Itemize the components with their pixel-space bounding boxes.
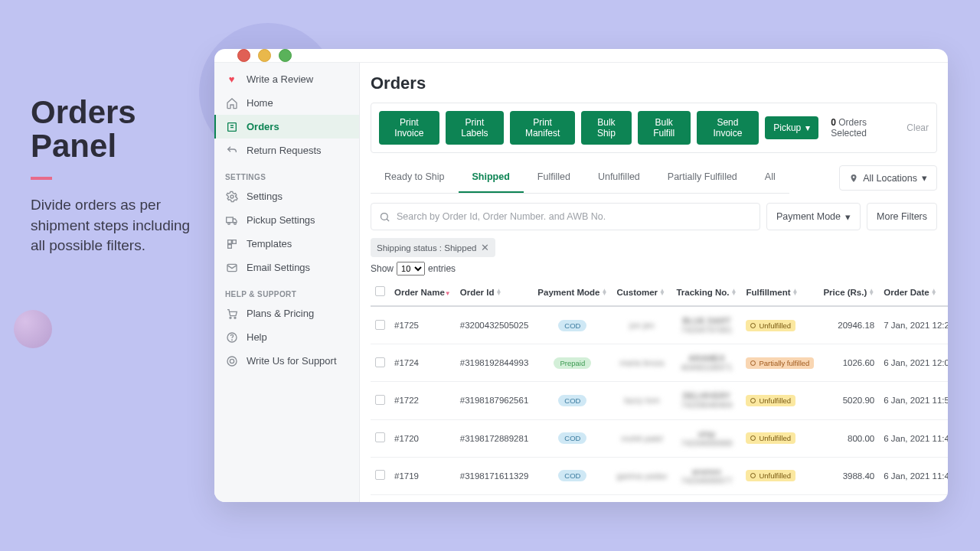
heart-icon: ♥	[225, 73, 238, 86]
close-icon[interactable]	[237, 49, 250, 62]
status-tabs: Ready to Ship Shipped Fulfilled Unfulfil…	[371, 162, 789, 194]
fulfillment-badge: Unfulfilled	[746, 432, 795, 444]
app-window: ♥ Write a Review Home Orders Return Requ…	[214, 49, 948, 502]
row-checkbox[interactable]	[375, 470, 385, 480]
cell-order-name: #1719	[390, 457, 456, 494]
tab-fulfilled[interactable]: Fulfilled	[524, 162, 584, 193]
print-labels-button[interactable]: Print Labels	[446, 111, 504, 145]
col-order-id[interactable]: Order Id▲▼	[456, 279, 534, 306]
pin-icon	[849, 174, 858, 183]
cell-tracking: aramex74204999977	[676, 467, 737, 485]
tab-shipped[interactable]: Shipped	[459, 162, 524, 193]
cell-tracking: DELHIVERY74209048484	[676, 391, 737, 409]
row-checkbox[interactable]	[375, 357, 385, 367]
cell-tracking: ship74204999988	[676, 429, 737, 448]
sidebar-item-label: Plans & Pricing	[247, 308, 314, 319]
sidebar-item-help[interactable]: Help	[214, 325, 359, 349]
search-icon	[379, 211, 390, 223]
fulfillment-badge: Partially fulfilled	[746, 357, 814, 369]
table-row: #1720#3198172889281CODmohit patelship742…	[371, 419, 948, 457]
svg-point-4	[234, 222, 236, 224]
sidebar-item-label: Pickup Settings	[247, 214, 315, 226]
sidebar-item-label: Write a Review	[247, 73, 313, 85]
svg-point-17	[381, 213, 388, 220]
row-checkbox[interactable]	[375, 432, 385, 442]
table-row: #1725#3200432505025CODjon jenBLUE DART74…	[371, 306, 948, 344]
sidebar-item-home[interactable]: Home	[214, 91, 359, 115]
sidebar-item-plans[interactable]: Plans & Pricing	[214, 302, 359, 325]
col-payment-mode[interactable]: Payment Mode▲▼	[533, 279, 612, 306]
sidebar-item-pickup-settings[interactable]: Pickup Settings	[214, 208, 359, 232]
cell-date: 6 Jan, 2021 11:45:08	[879, 419, 948, 457]
send-invoice-button[interactable]: Send Invoice	[697, 111, 760, 145]
sidebar-write-review[interactable]: ♥ Write a Review	[214, 67, 359, 91]
svg-rect-7	[227, 244, 231, 248]
cell-date: 7 Jan, 2021 12:28:44	[879, 306, 948, 344]
sidebar-item-returns[interactable]: Return Requests	[214, 139, 359, 162]
col-price[interactable]: Price (Rs.)▲▼	[818, 279, 879, 306]
maximize-icon[interactable]	[279, 49, 292, 62]
sidebar-item-label: Settings	[247, 191, 283, 202]
tab-ready-to-ship[interactable]: Ready to Ship	[371, 162, 459, 193]
payment-pill: COD	[558, 395, 586, 406]
col-customer[interactable]: Customer▲▼	[612, 279, 671, 306]
search-input[interactable]	[397, 211, 752, 222]
col-fulfillment[interactable]: Fulfillment▲▼	[741, 279, 818, 306]
chip-remove-icon[interactable]: ✕	[481, 242, 489, 253]
select-all-checkbox[interactable]	[375, 286, 385, 296]
cell-tracking: BLUE DART74204797081	[676, 316, 737, 334]
payment-mode-dropdown[interactable]: Payment Mode ▾	[766, 203, 861, 230]
tab-unfulfilled[interactable]: Unfulfilled	[584, 162, 654, 193]
table-row: #1719#3198171611329CODgarima yadavaramex…	[371, 457, 948, 494]
cell-order-id: #3198172889281	[456, 419, 534, 457]
sidebar-item-label: Home	[247, 97, 273, 109]
table-row: #1722#3198187962561CODlazzy tomDELHIVERY…	[371, 382, 948, 419]
table-row: #1718#3198169678017CODraj purohitPickrr7…	[371, 494, 948, 502]
clear-selection-link[interactable]: Clear	[906, 122, 929, 133]
row-checkbox[interactable]	[375, 320, 385, 330]
cell-tracking: ARAMEX40490108971	[676, 354, 737, 372]
selected-count-label: 0 Orders Selected	[831, 117, 894, 139]
sidebar-section-help: HELP & SUPPORT	[214, 279, 359, 302]
cell-order-name: #1718	[390, 494, 456, 502]
cell-price: 3988.40	[818, 457, 879, 494]
fulfillment-badge: Unfulfilled	[746, 320, 795, 331]
svg-rect-6	[232, 240, 236, 243]
col-order-date[interactable]: Order Date▲▼	[879, 279, 948, 306]
row-checkbox[interactable]	[375, 395, 385, 405]
tab-partially-fulfilled[interactable]: Partially Fulfilled	[654, 162, 751, 193]
bulk-ship-button[interactable]: Bulk Ship	[581, 111, 632, 145]
sidebar-item-settings[interactable]: Settings	[214, 184, 359, 208]
more-filters-button[interactable]: More Filters	[867, 203, 937, 230]
cell-order-name: #1722	[390, 382, 456, 419]
minimize-icon[interactable]	[258, 49, 271, 62]
cell-order-id: #3198187962561	[456, 382, 534, 419]
sidebar-item-orders[interactable]: Orders	[214, 115, 359, 139]
cell-customer: mohit patel	[616, 434, 667, 443]
pickup-dropdown-button[interactable]: Pickup ▾	[765, 116, 818, 139]
svg-point-3	[227, 222, 230, 224]
cell-customer: jon jen	[616, 321, 667, 330]
fulfillment-badge: Unfulfilled	[746, 395, 795, 406]
cell-order-name: #1724	[390, 344, 456, 382]
print-invoice-button[interactable]: Print Invoice	[379, 111, 439, 145]
tab-all[interactable]: All	[751, 162, 789, 193]
sidebar-item-email-settings[interactable]: Email Settings	[214, 256, 359, 279]
col-order-name[interactable]: Order Name▼	[390, 279, 456, 306]
print-manifest-button[interactable]: Print Manifest	[510, 111, 575, 145]
location-dropdown[interactable]: All Locations ▾	[839, 165, 937, 191]
cart-icon	[225, 307, 238, 320]
sidebar-item-support[interactable]: Write Us for Support	[214, 349, 359, 373]
cell-price: 20946.18	[818, 306, 879, 344]
svg-point-10	[234, 317, 236, 318]
fulfillment-badge: Unfulfilled	[746, 470, 795, 481]
sidebar-item-label: Orders	[247, 121, 279, 132]
sidebar-item-label: Email Settings	[247, 262, 310, 273]
col-tracking[interactable]: Tracking No.▲▼	[671, 279, 741, 306]
entries-select[interactable]: 10	[397, 262, 425, 276]
table-row: #1724#3198192844993Prepaidmaria brozaARA…	[371, 344, 948, 382]
bulk-fulfill-button[interactable]: Bulk Fulfill	[638, 111, 691, 145]
cell-order-id: #3200432505025	[456, 306, 534, 344]
sidebar-item-templates[interactable]: Templates	[214, 232, 359, 256]
cell-date: 6 Jan, 2021 11:43:51	[879, 457, 948, 494]
